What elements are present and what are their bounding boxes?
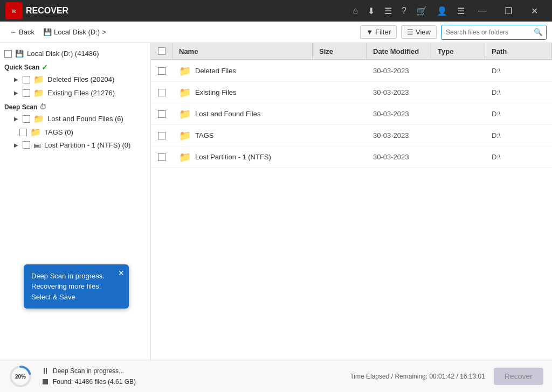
close-button[interactable]: ✕ bbox=[522, 0, 547, 22]
deleted-files-checkbox[interactable] bbox=[23, 76, 30, 83]
row-path: D:\ bbox=[492, 67, 501, 75]
restore-button[interactable]: ❐ bbox=[496, 0, 521, 22]
sidebar-item-deleted-files[interactable]: ▶ 📁 Deleted Files (20204) bbox=[0, 73, 150, 86]
row-path: D:\ bbox=[492, 131, 501, 139]
scanning-label: Deep Scan in progress... bbox=[53, 367, 124, 375]
recover-button[interactable]: Recover bbox=[494, 368, 543, 385]
row-checkbox-cell bbox=[151, 153, 172, 161]
search-box[interactable]: 🔍 bbox=[441, 25, 547, 40]
expand-icon: ▶ bbox=[13, 116, 19, 122]
path-arrow: > bbox=[102, 28, 106, 36]
row-date: 30-03-2023 bbox=[373, 110, 409, 118]
hdd-icon: 🖴 bbox=[33, 141, 41, 149]
table-row: 📁 TAGS 30-03-2023 D:\ bbox=[151, 125, 552, 146]
popup-line1: Deep Scan in progress. bbox=[31, 271, 121, 282]
row-date-cell: 30-03-2023 bbox=[367, 131, 431, 139]
svg-text:R: R bbox=[12, 9, 16, 14]
content-area: Name Size Date Modified Type Path 📁 Dele… bbox=[151, 43, 552, 360]
row-path-cell: D:\ bbox=[485, 110, 552, 118]
search-input[interactable] bbox=[441, 29, 530, 36]
popup-close-button[interactable]: ✕ bbox=[118, 268, 125, 279]
app-logo: R RECOVER bbox=[5, 2, 68, 19]
svg-text:20%: 20% bbox=[15, 374, 26, 380]
row-date-cell: 30-03-2023 bbox=[367, 88, 431, 96]
row-checkbox-cell bbox=[151, 67, 172, 75]
row-path: D:\ bbox=[492, 88, 501, 96]
back-button[interactable]: ← Back bbox=[5, 26, 39, 38]
row-checkbox[interactable] bbox=[158, 89, 165, 96]
folder-icon: 📁 bbox=[33, 74, 44, 85]
found-status-line: ⏹ Found: 41486 files (4.61 GB) bbox=[41, 377, 136, 387]
row-name: TAGS bbox=[195, 131, 213, 139]
existing-files-checkbox[interactable] bbox=[23, 89, 30, 97]
window-controls: — ❐ ✕ bbox=[470, 0, 547, 22]
date-col-label: Date Modified bbox=[373, 47, 419, 55]
sidebar-root-item[interactable]: 💾 Local Disk (D:) (41486) bbox=[0, 47, 150, 60]
main-layout: 💾 Local Disk (D:) (41486) Quick Scan ✓ ▶… bbox=[0, 43, 552, 360]
row-name-cell: 📁 Lost and Found Files bbox=[172, 108, 313, 120]
deep-scan-popup: ✕ Deep Scan in progress. Recovering more… bbox=[24, 264, 129, 309]
download-icon[interactable]: ⬇ bbox=[368, 6, 375, 16]
nav-path: 💾 Local Disk (D:) > bbox=[43, 28, 106, 36]
tags-checkbox[interactable] bbox=[19, 129, 27, 136]
col-header-size[interactable]: Size bbox=[313, 43, 367, 59]
search-button[interactable]: 🔍 bbox=[530, 25, 546, 39]
popup-line3: Select & Save bbox=[31, 292, 121, 303]
folder-icon: 📁 bbox=[33, 88, 44, 98]
sidebar-item-lost-found[interactable]: ▶ 📁 Lost and Found Files (6) bbox=[0, 112, 150, 125]
title-bar: R RECOVER ⌂ ⬇ ☰ ? 🛒 👤 ☰ — ❐ ✕ bbox=[0, 0, 552, 22]
tags-label: TAGS (0) bbox=[44, 128, 73, 136]
popup-line2: Recovering more files. bbox=[31, 281, 121, 292]
view-button[interactable]: ☰ View bbox=[401, 25, 437, 39]
cart-icon[interactable]: 🛒 bbox=[416, 6, 427, 16]
home-icon[interactable]: ⌂ bbox=[353, 6, 358, 16]
folder-icon: 📁 bbox=[179, 87, 191, 99]
row-checkbox[interactable] bbox=[158, 110, 165, 118]
logo-icon: R bbox=[5, 2, 23, 19]
lost-partition-checkbox[interactable] bbox=[23, 141, 30, 149]
folder-icon: 📁 bbox=[179, 151, 191, 163]
row-path-cell: D:\ bbox=[485, 131, 552, 139]
quick-scan-label: Quick Scan bbox=[4, 64, 39, 71]
lost-found-label: Lost and Found Files (6) bbox=[47, 115, 123, 123]
menu-icon[interactable]: ☰ bbox=[457, 6, 465, 16]
row-checkbox[interactable] bbox=[158, 67, 165, 75]
row-name-cell: 📁 Deleted Files bbox=[172, 65, 313, 77]
sidebar-item-lost-partition[interactable]: ▶ 🖴 Lost Partition - 1 (NTFS) (0) bbox=[0, 139, 150, 151]
col-header-date[interactable]: Date Modified bbox=[367, 43, 431, 59]
col-header-path[interactable]: Path bbox=[485, 43, 552, 59]
user-icon[interactable]: 👤 bbox=[437, 6, 447, 16]
row-checkbox[interactable] bbox=[158, 132, 165, 139]
minimize-button[interactable]: — bbox=[470, 0, 495, 22]
disk-drive-icon: 💾 bbox=[43, 28, 52, 36]
stop-icon[interactable]: ⏹ bbox=[41, 377, 50, 387]
expand-icon: ▶ bbox=[13, 76, 19, 83]
sidebar-item-tags[interactable]: 📁 TAGS (0) bbox=[0, 125, 150, 139]
row-date-cell: 30-03-2023 bbox=[367, 110, 431, 118]
select-all-checkbox[interactable] bbox=[158, 47, 165, 55]
root-checkbox[interactable] bbox=[4, 50, 12, 58]
clock-icon: ⏱ bbox=[39, 103, 46, 111]
sidebar-item-existing-files[interactable]: ▶ 📁 Existing Files (21276) bbox=[0, 86, 150, 100]
titlebar-icons: ⌂ ⬇ ☰ ? 🛒 👤 ☰ bbox=[353, 6, 465, 16]
status-info: ⏸ Deep Scan in progress... ⏹ Found: 4148… bbox=[41, 366, 136, 387]
lost-found-checkbox[interactable] bbox=[23, 115, 30, 123]
row-date: 30-03-2023 bbox=[373, 131, 409, 139]
table-row: 📁 Deleted Files 30-03-2023 D:\ bbox=[151, 60, 552, 82]
row-checkbox-cell bbox=[151, 132, 172, 139]
expand-icon: ▶ bbox=[13, 90, 19, 96]
filter-button[interactable]: ▼ Filter bbox=[360, 25, 397, 39]
row-path-cell: D:\ bbox=[485, 88, 552, 96]
pause-icon[interactable]: ⏸ bbox=[41, 366, 50, 376]
col-header-type[interactable]: Type bbox=[431, 43, 485, 59]
row-path-cell: D:\ bbox=[485, 153, 552, 161]
row-checkbox[interactable] bbox=[158, 153, 165, 161]
row-name-cell: 📁 TAGS bbox=[172, 130, 313, 142]
deep-scan-label: Deep Scan bbox=[4, 103, 37, 111]
row-date: 30-03-2023 bbox=[373, 153, 409, 161]
table-row: 📁 Existing Files 30-03-2023 D:\ bbox=[151, 82, 552, 103]
help-icon[interactable]: ? bbox=[402, 6, 406, 16]
row-checkbox-cell bbox=[151, 110, 172, 118]
col-header-name[interactable]: Name bbox=[172, 43, 313, 59]
document-icon[interactable]: ☰ bbox=[384, 6, 392, 16]
